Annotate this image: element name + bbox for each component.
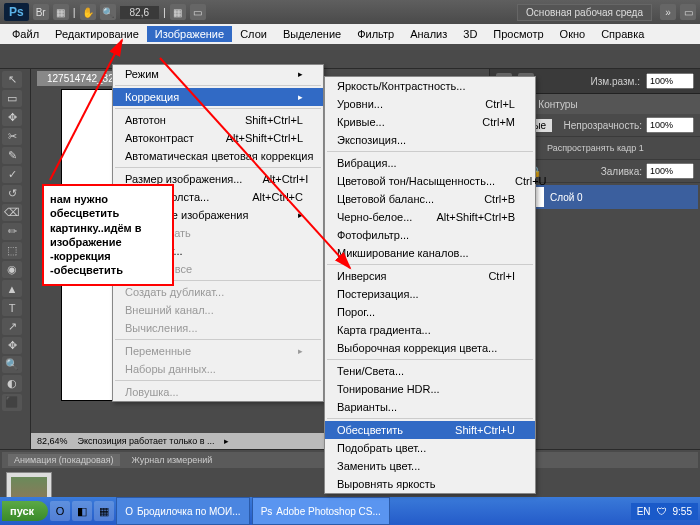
menu-item[interactable]: Яркость/Контрастность... [325, 77, 535, 95]
tool-11[interactable]: ▲ [2, 280, 22, 297]
frame-thumb [11, 477, 47, 499]
tool-15[interactable]: 🔍 [2, 356, 22, 373]
bridge-icon[interactable]: Br [33, 4, 49, 20]
fill-input[interactable] [646, 163, 694, 179]
workspace-button[interactable]: Основная рабочая среда [517, 4, 652, 21]
menu-help[interactable]: Справка [593, 26, 652, 42]
opacity-input[interactable] [646, 117, 694, 133]
task-photoshop[interactable]: PsAdobe Photoshop CS... [252, 497, 390, 525]
menu-select[interactable]: Выделение [275, 26, 349, 42]
resize-input[interactable] [646, 73, 694, 89]
menu-item[interactable]: Кривые...Ctrl+M [325, 113, 535, 131]
arrange-icon[interactable]: ▦ [170, 4, 186, 20]
ql-folder-icon[interactable]: ▦ [94, 501, 114, 521]
tool-3[interactable]: ✂ [2, 128, 22, 145]
tool-16[interactable]: ◐ [2, 375, 22, 392]
tool-10[interactable]: ◉ [2, 261, 22, 278]
collapse-icon[interactable]: » [660, 4, 676, 20]
titlebar-sep2: | [163, 6, 166, 18]
menu-item[interactable]: Фотофильтр... [325, 226, 535, 244]
menu-item[interactable]: Микширование каналов... [325, 244, 535, 262]
task-opera[interactable]: OБродилочка по МОИ... [116, 497, 250, 525]
lang-indicator[interactable]: EN [637, 506, 651, 517]
menu-item[interactable]: Выровнять яркость [325, 475, 535, 493]
opera-icon: O [125, 506, 133, 517]
menu-item[interactable]: Заменить цвет... [325, 457, 535, 475]
mb-icon[interactable]: ▦ [53, 4, 69, 20]
zoom-icon[interactable]: 🔍 [100, 4, 116, 20]
tab-animation[interactable]: Анимация (покадровая) [8, 454, 120, 466]
menu-item[interactable]: Постеризация... [325, 285, 535, 303]
menu-item[interactable]: АвтоконтрастAlt+Shift+Ctrl+L [113, 129, 323, 147]
tool-13[interactable]: ↗ [2, 318, 22, 335]
tab-paths[interactable]: Контуры [538, 99, 577, 110]
correction-submenu-dropdown: Яркость/Контрастность...Уровни...Ctrl+LК… [324, 76, 536, 494]
menu-edit[interactable]: Редактирование [47, 26, 147, 42]
menu-item[interactable]: Тонирование HDR... [325, 380, 535, 398]
ql-app-icon[interactable]: ◧ [72, 501, 92, 521]
menu-item: Переменные [113, 342, 323, 360]
menu-filter[interactable]: Фильтр [349, 26, 402, 42]
options-bar [0, 44, 700, 69]
menu-item[interactable]: Выборочная коррекция цвета... [325, 339, 535, 357]
hand-icon[interactable]: ✋ [80, 4, 96, 20]
menu-item[interactable]: Уровни...Ctrl+L [325, 95, 535, 113]
zoom-value[interactable]: 82,6 [120, 6, 159, 19]
menu-item: Наборы данных... [113, 360, 323, 378]
menu-item[interactable]: Тени/Света... [325, 362, 535, 380]
menu-item: Вычисления... [113, 319, 323, 337]
tool-12[interactable]: T [2, 299, 22, 316]
menu-item[interactable]: Автоматическая цветовая коррекцияShift+C… [113, 147, 323, 165]
menu-item[interactable]: Цветовой баланс...Ctrl+B [325, 190, 535, 208]
tool-4[interactable]: ✎ [2, 147, 22, 164]
tool-9[interactable]: ⬚ [2, 242, 22, 259]
ps-task-icon: Ps [261, 506, 273, 517]
tab-measurements[interactable]: Журнал измерений [132, 455, 213, 465]
status-arrow-icon[interactable]: ▸ [224, 436, 229, 446]
start-button[interactable]: пуск [2, 501, 48, 521]
ql-opera-icon[interactable]: O [50, 501, 70, 521]
menu-item[interactable]: Вибрация... [325, 154, 535, 172]
menu-image[interactable]: Изображение [147, 26, 232, 42]
opacity-label: Непрозрачность: [563, 120, 642, 131]
menu-window[interactable]: Окно [552, 26, 594, 42]
menu-file[interactable]: Файл [4, 26, 47, 42]
menu-item[interactable]: Черно-белое...Alt+Shift+Ctrl+B [325, 208, 535, 226]
menu-item[interactable]: Коррекция [113, 88, 323, 106]
menu-layers[interactable]: Слои [232, 26, 275, 42]
spread-label: Распространять кадр 1 [547, 143, 644, 153]
toolbox: ↖▭✥✂✎✓↺⌫✏⬚◉▲T↗✥🔍◐⬛ [0, 69, 31, 449]
menu-item[interactable]: Цветовой тон/Насыщенность...Ctrl+U [325, 172, 535, 190]
menu-item: Ловушка... [113, 383, 323, 401]
layer-name[interactable]: Слой 0 [550, 192, 583, 203]
menubar: Файл Редактирование Изображение Слои Выд… [0, 24, 700, 44]
annotation-box: нам нужно обесцветить картинку..идём в и… [42, 184, 174, 286]
tool-5[interactable]: ✓ [2, 166, 22, 183]
screen-icon[interactable]: ▭ [190, 4, 206, 20]
menu-item[interactable]: Карта градиента... [325, 321, 535, 339]
menu-3d[interactable]: 3D [455, 26, 485, 42]
menu-item[interactable]: ИнверсияCtrl+I [325, 267, 535, 285]
search-icon[interactable]: ▭ [680, 4, 696, 20]
taskbar: пуск O ◧ ▦ OБродилочка по МОИ... PsAdobe… [0, 497, 700, 525]
tool-17[interactable]: ⬛ [2, 394, 22, 411]
menu-analysis[interactable]: Анализ [402, 26, 455, 42]
menu-item[interactable]: Варианты... [325, 398, 535, 416]
menu-view[interactable]: Просмотр [485, 26, 551, 42]
menu-item[interactable]: Порог... [325, 303, 535, 321]
tool-2[interactable]: ✥ [2, 109, 22, 126]
tool-1[interactable]: ▭ [2, 90, 22, 107]
tool-0[interactable]: ↖ [2, 71, 22, 88]
menu-item[interactable]: Режим [113, 65, 323, 83]
tray-icon[interactable]: 🛡 [657, 506, 667, 517]
tool-7[interactable]: ⌫ [2, 204, 22, 221]
tool-8[interactable]: ✏ [2, 223, 22, 240]
menu-item[interactable]: Экспозиция... [325, 131, 535, 149]
status-zoom[interactable]: 82,64% [37, 436, 68, 446]
menu-item[interactable]: АвтотонShift+Ctrl+L [113, 111, 323, 129]
tool-6[interactable]: ↺ [2, 185, 22, 202]
menu-item[interactable]: ОбесцветитьShift+Ctrl+U [325, 421, 535, 439]
tool-14[interactable]: ✥ [2, 337, 22, 354]
menu-item[interactable]: Подобрать цвет... [325, 439, 535, 457]
titlebar-sep: | [73, 6, 76, 18]
